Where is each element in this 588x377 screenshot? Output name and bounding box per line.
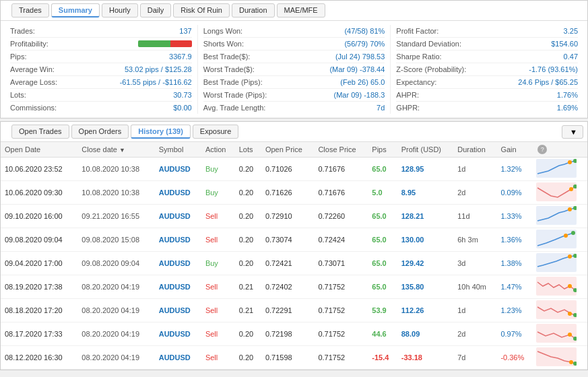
bottom-header: Open TradesOpen OrdersHistory (139)Expos… — [1, 122, 587, 142]
tab-trades[interactable]: Trades — [11, 3, 49, 18]
svg-point-19 — [568, 312, 572, 316]
close-price-cell: 0.71752 — [314, 275, 368, 299]
close-price-cell: 0.72424 — [314, 228, 368, 252]
svg-point-25 — [569, 360, 573, 364]
duration-cell: 7d — [453, 346, 496, 370]
close-price-cell: 0.71676 — [314, 181, 368, 205]
symbol-cell: AUDUSD — [155, 205, 201, 228]
tab-summary[interactable]: Summary — [51, 3, 100, 18]
close-price-cell: 0.71676 — [314, 158, 368, 181]
stat-value: 3.25 — [564, 27, 578, 35]
col-header-11: ? — [533, 142, 587, 158]
stat-label: Best Trade (Pips): — [203, 78, 263, 86]
gain-cell: 1.32% — [496, 158, 533, 181]
svg-point-13 — [568, 254, 572, 259]
mini-chart-cell — [533, 299, 587, 322]
stat-label: AHPR: — [396, 91, 419, 99]
svg-rect-3 — [536, 182, 577, 201]
filter-button[interactable]: ▼ — [562, 125, 583, 139]
col-header-10[interactable]: Gain — [496, 142, 533, 158]
svg-point-10 — [564, 234, 568, 238]
close-date-cell: 09.21.2020 16:55 — [77, 205, 154, 228]
open-price-cell: 0.72198 — [261, 322, 315, 346]
tab-hourly[interactable]: Hourly — [102, 3, 138, 18]
stat-row: Shorts Won:(56/79) 70% — [203, 38, 385, 50]
gain-cell: 0.09% — [496, 181, 533, 205]
stat-label: Worst Trade (Pips): — [203, 91, 267, 99]
stat-value: 24.6 Pips / $65.25 — [518, 78, 578, 86]
symbol-cell: AUDUSD — [155, 275, 201, 299]
symbol-cell: AUDUSD — [155, 346, 201, 370]
stat-label: Average Win: — [10, 65, 55, 73]
stat-row: Best Trade (Pips):(Feb 26) 65.0 — [203, 76, 385, 89]
table-row[interactable]: 08.18.2020 17:2008.20.2020 04:19AUDUSDSe… — [1, 299, 587, 322]
profit-cell: 88.09 — [397, 322, 453, 346]
table-row[interactable]: 09.08.2020 09:0409.08.2020 15:08AUDUSDSe… — [1, 228, 587, 252]
profit-cell: 135.80 — [397, 275, 453, 299]
table-row[interactable]: 08.12.2020 16:3008.20.2020 04:19AUDUSDSe… — [1, 346, 587, 370]
col-header-9[interactable]: Duration — [453, 142, 496, 158]
stat-value: (47/58) 81% — [344, 27, 385, 35]
close-price-cell: 0.71752 — [314, 299, 368, 322]
table-row[interactable]: 08.17.2020 17:3308.20.2020 04:19AUDUSDSe… — [1, 322, 587, 346]
mini-chart-cell — [533, 228, 587, 252]
stat-row: AHPR:1.76% — [396, 89, 578, 102]
table-row[interactable]: 08.19.2020 17:3808.20.2020 04:19AUDUSDSe… — [1, 275, 587, 299]
col-header-8[interactable]: Profit (USD) — [397, 142, 453, 158]
col-header-3[interactable]: Action — [201, 142, 235, 158]
stat-row: Commissions:$0.00 — [10, 102, 192, 114]
stat-row: Sharpe Ratio:0.47 — [396, 50, 578, 63]
close-price-cell: 0.71752 — [314, 346, 368, 370]
lots-cell: 0.20 — [235, 205, 261, 228]
stat-label: Profitability: — [10, 40, 48, 48]
gain-cell: 1.47% — [496, 275, 533, 299]
action-cell: Sell — [201, 346, 235, 370]
col-header-5[interactable]: Open Price — [261, 142, 315, 158]
col-header-6[interactable]: Close Price — [314, 142, 368, 158]
col-header-7[interactable]: Pips — [368, 142, 397, 158]
mini-chart-cell — [533, 205, 587, 228]
pips-cell: 65.0 — [368, 252, 397, 275]
duration-cell: 3d — [453, 252, 496, 275]
stat-label: Shorts Won: — [203, 40, 244, 48]
stat-value: $0.00 — [173, 104, 192, 112]
action-cell: Sell — [201, 275, 235, 299]
tab-risk-of-ruin[interactable]: Risk Of Ruin — [173, 3, 230, 18]
action-cell: Buy — [201, 158, 235, 181]
col-header-0[interactable]: Open Date — [1, 142, 77, 158]
col-header-1[interactable]: Close date ▼ — [77, 142, 154, 158]
mini-chart-cell — [533, 181, 587, 205]
duration-cell: 11d — [453, 205, 496, 228]
col-header-4[interactable]: Lots — [235, 142, 261, 158]
symbol-cell: AUDUSD — [155, 181, 201, 205]
mini-chart-cell — [533, 346, 587, 370]
stat-row: Expectancy:24.6 Pips / $65.25 — [396, 76, 578, 89]
duration-cell: 2d — [453, 322, 496, 346]
stat-value: 1.69% — [557, 104, 578, 112]
close-date-cell: 10.08.2020 10:38 — [77, 158, 154, 181]
table-row[interactable]: 10.06.2020 23:5210.08.2020 10:38AUDUSDBu… — [1, 158, 587, 181]
close-date-cell: 08.20.2020 04:19 — [77, 322, 154, 346]
bottom-tab-open-trades[interactable]: Open Trades — [11, 125, 69, 139]
stat-label: GHPR: — [396, 104, 420, 112]
open-price-cell: 0.72421 — [261, 252, 315, 275]
bottom-tab-open-orders[interactable]: Open Orders — [71, 125, 129, 139]
tab-duration[interactable]: Duration — [232, 3, 275, 18]
stat-value: -1.76 (93.61%) — [529, 65, 578, 73]
open-price-cell: 0.72402 — [261, 275, 315, 299]
duration-cell: 2d — [453, 181, 496, 205]
table-row[interactable]: 10.06.2020 09:3010.08.2020 10:38AUDUSDBu… — [1, 181, 587, 205]
col-header-2[interactable]: Symbol — [155, 142, 201, 158]
tab-mae-mfe[interactable]: MAE/MFE — [277, 3, 325, 18]
duration-cell: 1d — [453, 158, 496, 181]
gain-cell: 0.97% — [496, 322, 533, 346]
tooltip-icon[interactable]: ? — [537, 145, 547, 154]
table-row[interactable]: 09.10.2020 16:0009.21.2020 16:55AUDUSDSe… — [1, 205, 587, 228]
open-price-cell: 0.73074 — [261, 228, 315, 252]
bottom-tab-exposure[interactable]: Exposure — [193, 125, 238, 139]
tab-daily[interactable]: Daily — [140, 3, 171, 18]
stat-label: Avg. Trade Length: — [203, 104, 266, 112]
gain-cell: -0.36% — [496, 346, 533, 370]
table-row[interactable]: 09.04.2020 17:0009.08.2020 09:04AUDUSDBu… — [1, 252, 587, 275]
bottom-tab-history[interactable]: History (139) — [131, 125, 191, 139]
